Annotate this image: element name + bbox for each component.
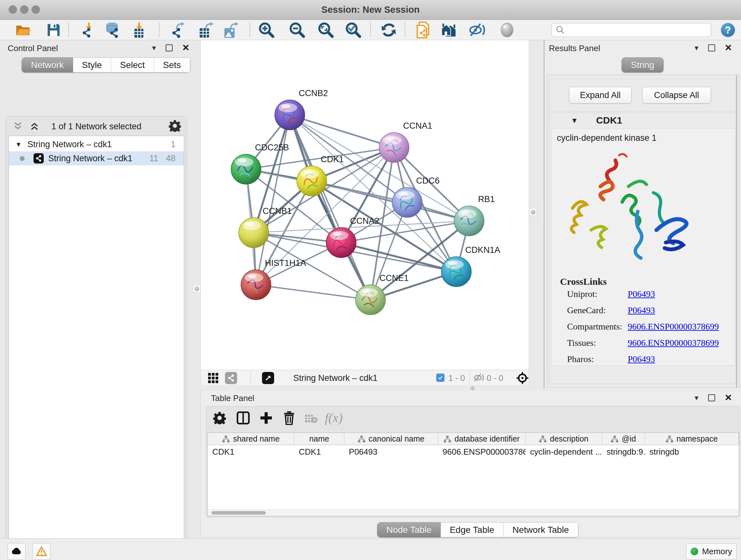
node-CDC25B[interactable]	[231, 154, 261, 184]
open-in-new-window-icon[interactable]	[262, 372, 274, 384]
node-CCNB2[interactable]	[275, 100, 305, 130]
control-panel-float-icon[interactable]	[165, 44, 173, 51]
results-panel-menu-icon[interactable]: ▾	[694, 44, 698, 52]
import-table-button[interactable]	[129, 21, 149, 39]
node-HIST1H1A[interactable]	[241, 270, 271, 300]
results-panel: Results Panel ▾ ✕ String Expand All Coll…	[544, 40, 741, 389]
tab-network-table[interactable]: Network Table	[503, 522, 578, 537]
network-options-gear-icon[interactable]	[169, 120, 181, 132]
export-network-button[interactable]	[169, 21, 189, 39]
show-columns-icon[interactable]	[236, 411, 250, 425]
network-share-view-icon[interactable]	[225, 372, 237, 384]
shared-column-icon	[539, 435, 547, 443]
delete-column-trash-icon[interactable]	[283, 411, 295, 425]
gene-section: ▾ CDK1 cyclin-dependent kinase 1	[549, 113, 738, 384]
splitter-handle-dot[interactable]	[470, 386, 475, 390]
export-table-button[interactable]	[197, 21, 217, 39]
export-image-button[interactable]	[221, 21, 242, 39]
hide-graphics-details-button[interactable]	[468, 21, 486, 39]
tab-network[interactable]: Network	[22, 57, 73, 72]
gene-section-header[interactable]: ▾ CDK1	[549, 113, 737, 128]
crosslink-link[interactable]: P06493	[628, 305, 655, 315]
refresh-button[interactable]	[380, 21, 398, 39]
crosslink-row: Compartments:9606.ENSP00000378699	[567, 321, 733, 332]
edge-CCNB2-CCNA1[interactable]	[290, 115, 394, 147]
toolbar-separator	[159, 22, 159, 37]
column-header-database-identifier[interactable]: database identifier	[438, 433, 526, 445]
string-import-button[interactable]	[414, 21, 433, 39]
column-header-shared-name[interactable]: shared name	[208, 433, 294, 445]
crosslink-link[interactable]: 9606.ENSP00000378699	[628, 338, 719, 348]
shared-column-icon	[666, 435, 673, 443]
table-panel-menu-icon[interactable]: ▾	[694, 394, 698, 401]
network-row-selected[interactable]: String Network – cdk1 11 48	[9, 151, 184, 165]
import-network-from-database-button[interactable]	[101, 21, 123, 39]
save-session-button[interactable]	[44, 21, 63, 39]
table-panel-float-icon[interactable]	[708, 394, 715, 401]
crosslink-link[interactable]: P06493	[628, 354, 655, 364]
search-input[interactable]	[568, 25, 707, 35]
table-cell: P06493	[344, 445, 438, 458]
collection-expand-icon[interactable]: ▾	[17, 140, 20, 149]
help-button[interactable]: ?	[719, 21, 737, 39]
crosslink-link[interactable]: 9606.ENSP00000378699	[628, 321, 719, 332]
results-panel-close-icon[interactable]: ✕	[725, 44, 732, 52]
node-CCNA1[interactable]	[379, 132, 409, 163]
zoom-in-button[interactable]	[257, 21, 276, 39]
tab-string[interactable]: String	[622, 57, 664, 72]
column-header-namespace[interactable]: namespace	[645, 433, 739, 445]
network-collection-row[interactable]: ▾ String Network – cdk1 1	[9, 137, 184, 151]
crosslink-link[interactable]: P06493	[628, 289, 655, 299]
node-CDC6[interactable]	[392, 187, 422, 217]
open-session-button[interactable]	[13, 21, 34, 39]
edge-CDK1-RB1[interactable]	[312, 181, 469, 221]
node-CCNA2[interactable]	[326, 228, 356, 258]
column-header-canonical-name[interactable]: canonical name	[344, 433, 438, 445]
column-header-@id[interactable]: @id	[602, 433, 645, 445]
import-network-button[interactable]	[78, 21, 98, 39]
gene-expand-icon[interactable]: ▾	[572, 116, 576, 125]
table-row[interactable]: CDK1CDK1P064939606.ENSP00000378699cyclin…	[208, 445, 739, 458]
scrollbar-thumb[interactable]	[212, 511, 266, 515]
selected-checkbox-icon[interactable]	[436, 374, 445, 382]
network-graph[interactable]: CCNB2CCNA1CDC25BCDK1CDC6RB1CCNB1CCNA2CDK…	[201, 40, 529, 370]
birds-eye-toggle-button[interactable]	[498, 21, 516, 39]
node-RB1[interactable]	[454, 206, 484, 236]
collapse-all-button[interactable]: Collapse All	[642, 87, 711, 104]
node-CCNB1[interactable]	[239, 218, 269, 248]
edge-CCNB2-CCNE1[interactable]	[290, 115, 370, 300]
table-panel-close-icon[interactable]: ✕	[725, 393, 732, 402]
birds-eye-view-icon[interactable]	[516, 372, 529, 384]
zoom-selected-button[interactable]	[344, 21, 362, 39]
tab-style[interactable]: Style	[73, 57, 111, 72]
network-canvas[interactable]: CCNB2CCNA1CDC25BCDK1CDC6RB1CCNB1CCNA2CDK…	[200, 40, 529, 370]
left-splitter-handle[interactable]	[193, 285, 200, 293]
table-options-gear-icon[interactable]	[213, 412, 226, 424]
expand-all-button[interactable]: Expand All	[569, 87, 631, 104]
column-header-name[interactable]: name	[294, 433, 344, 445]
tab-select[interactable]: Select	[111, 57, 154, 72]
results-panel-float-icon[interactable]	[708, 44, 715, 51]
table-horizontal-scrollbar[interactable]	[208, 509, 739, 516]
tab-node-table[interactable]: Node Table	[377, 522, 441, 537]
results-scrollbar[interactable]	[736, 75, 737, 388]
cloud-status-button[interactable]	[8, 543, 25, 560]
control-panel-close-icon[interactable]: ✕	[182, 44, 190, 52]
tab-sets[interactable]: Sets	[154, 57, 190, 72]
column-header-description[interactable]: description	[526, 433, 602, 445]
tab-edge-table[interactable]: Edge Table	[441, 522, 503, 537]
grid-view-icon[interactable]	[208, 373, 219, 383]
zoom-fit-button[interactable]	[317, 21, 335, 39]
warnings-button[interactable]	[32, 543, 51, 560]
control-panel-menu-icon[interactable]: ▾	[152, 44, 156, 52]
home-button[interactable]	[440, 21, 461, 39]
node-CCNE1[interactable]	[355, 285, 386, 315]
create-column-plus-icon[interactable]	[259, 411, 273, 425]
zoom-out-button[interactable]	[288, 21, 307, 39]
memory-button[interactable]: Memory	[686, 543, 737, 559]
edge-HIST1H1A-CCNE1[interactable]	[256, 285, 370, 300]
node-CDKN1A[interactable]	[441, 257, 471, 287]
right-splitter-handle[interactable]	[529, 208, 537, 216]
horizontal-splitter[interactable]	[200, 385, 529, 391]
node-CDK1[interactable]	[297, 166, 327, 196]
